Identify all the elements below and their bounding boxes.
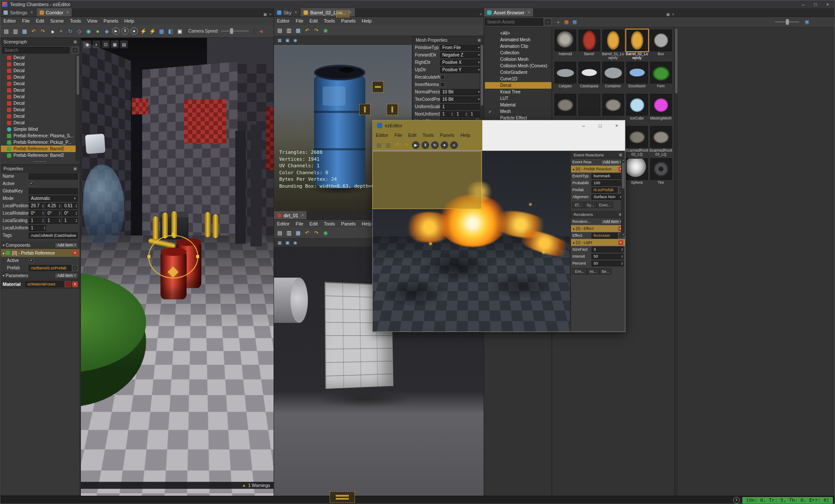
menu-item[interactable]: Panels xyxy=(338,220,359,227)
light-item-header[interactable]: [1] - Light xyxy=(571,239,625,246)
viewport-layout-icon[interactable]: ▦ xyxy=(276,37,284,44)
panel-float-icon[interactable] xyxy=(477,38,481,42)
asset-type-item[interactable]: ✓ Mesh xyxy=(485,108,551,115)
dock-guide-left[interactable] xyxy=(359,104,371,115)
asset-type-item[interactable]: <All> xyxy=(485,30,551,36)
panel-float-icon[interactable] xyxy=(618,153,622,157)
rotation-y-spinner[interactable]: 0° xyxy=(45,210,61,216)
panel-float-icon[interactable] xyxy=(73,166,77,171)
open-document-icon[interactable]: ▥ xyxy=(284,26,294,35)
asset-thumbnail[interactable] xyxy=(554,62,576,83)
asset-view-icon[interactable]: ▦ xyxy=(571,18,579,26)
asset-cell[interactable]: MissingMesh xyxy=(649,93,673,126)
tab-close-icon[interactable] xyxy=(294,10,297,15)
speaker-muted-icon[interactable]: ◄ xyxy=(256,27,265,36)
scene-viewport[interactable]: ◉◐⊡▦▤ ▲ 1 Warnings xyxy=(81,38,274,496)
asset-cell[interactable]: Container xyxy=(601,61,625,93)
scaling-z-spinner[interactable]: 1 xyxy=(62,218,78,224)
panel-float-icon[interactable] xyxy=(73,40,77,44)
asset-thumbnail[interactable] xyxy=(554,30,576,51)
menu-item[interactable]: Edit xyxy=(405,132,419,139)
add-component-button[interactable]: Add Item xyxy=(55,242,78,248)
menu-item[interactable]: Editor xyxy=(373,132,391,139)
search-clear-icon[interactable] xyxy=(544,18,551,26)
simulate-icon[interactable]: ⚡ xyxy=(139,27,148,36)
asset-thumbnail[interactable] xyxy=(602,62,624,83)
scenegraph-item[interactable]: Decal xyxy=(1,87,80,93)
event-reaction-item-header[interactable]: [0] - Prefab Reaction xyxy=(571,166,625,172)
save-document-icon[interactable]: ▦ xyxy=(294,26,303,35)
asset-cell[interactable]: ScannedRock02_LQ xyxy=(625,126,649,158)
viewport-layout-icon[interactable]: ▦ xyxy=(276,239,284,246)
rotation-x-spinner[interactable]: 0° xyxy=(29,210,44,216)
remove-item-icon[interactable] xyxy=(618,240,623,245)
menu-item[interactable]: Edit xyxy=(306,17,321,24)
asset-cell[interactable]: ScannedRock03_LQ xyxy=(649,126,673,158)
asset-cell[interactable]: Barrel xyxy=(577,29,601,61)
asset-cell[interactable]: Box xyxy=(649,29,673,61)
snap-scale-icon[interactable]: ▣ xyxy=(175,27,184,36)
uniformscaling-spinner[interactable]: 1 xyxy=(440,104,482,110)
menu-item[interactable]: Editor xyxy=(0,17,19,24)
scenegraph-item[interactable]: Decal xyxy=(1,74,80,80)
asset-thumbnail[interactable] xyxy=(626,94,648,116)
remove-material-icon[interactable] xyxy=(72,282,78,287)
asset-cell[interactable]: Barrel_02_Lowpoly xyxy=(625,29,649,61)
forwarddir-dropdown[interactable]: Negative Z xyxy=(440,52,482,58)
asset-type-item[interactable]: Collision Mesh xyxy=(485,56,551,63)
asset-thumbnail[interactable] xyxy=(650,94,672,116)
new-document-icon[interactable]: ▤ xyxy=(2,27,11,36)
maximize-button[interactable]: □ xyxy=(809,0,822,8)
tab-close-icon[interactable] xyxy=(528,10,530,15)
layout-icon[interactable]: ▦ xyxy=(111,40,119,48)
maximize-button[interactable]: □ xyxy=(592,120,608,131)
dock-guide-tab-ghost[interactable] xyxy=(336,10,349,17)
asset-thumbnail[interactable] xyxy=(626,62,648,83)
asset-cell[interactable]: Tire xyxy=(649,158,673,190)
position-y-spinner[interactable]: 4.25 xyxy=(45,203,61,209)
asset-thumbnail[interactable] xyxy=(650,30,672,51)
stop-icon[interactable]: ■ xyxy=(130,27,138,35)
asset-type-item[interactable]: Animation Clip xyxy=(485,43,551,50)
menu-item[interactable]: Editor xyxy=(274,17,293,24)
render-mode-icon[interactable]: ● xyxy=(93,27,102,36)
asset-cell[interactable]: Cassiopeia xyxy=(577,61,601,93)
effect-asset-input[interactable]: fectAsset xyxy=(591,233,618,239)
nonuniform-x-spinner[interactable]: 1 xyxy=(440,111,454,117)
tab-close-icon[interactable] xyxy=(66,10,69,15)
document-tab[interactable]: Settings xyxy=(0,8,37,17)
reload-assets-icon[interactable]: ◉ xyxy=(321,26,330,35)
dock-guide-right[interactable] xyxy=(387,104,398,115)
scenegraph-item[interactable]: Decal xyxy=(1,119,80,126)
snap-grid-icon[interactable]: ▦ xyxy=(157,27,166,36)
dock-close-icon[interactable] xyxy=(269,12,271,17)
intensity-spinner[interactable]: 50 xyxy=(591,254,624,259)
asset-thumbnail[interactable] xyxy=(578,30,600,51)
scaling-y-spinner[interactable]: 1 xyxy=(45,218,61,224)
rotate-gizmo-icon[interactable]: ↻ xyxy=(66,27,75,36)
viewport-single-icon[interactable]: ▣ xyxy=(284,37,291,44)
normalprecision-dropdown[interactable]: 10 Bit xyxy=(440,89,482,95)
scenegraph-item[interactable]: Prefab Reference: Barrel2 xyxy=(1,146,80,152)
pause-icon[interactable]: Ⅱ xyxy=(121,27,129,35)
recalculatenormals-checkbox[interactable] xyxy=(440,75,445,80)
asset-search-input[interactable] xyxy=(485,18,543,26)
asset-type-item[interactable]: Material xyxy=(485,102,551,108)
asset-thumbnail[interactable] xyxy=(626,30,648,51)
asset-type-item[interactable]: Animated Mesh xyxy=(485,36,551,43)
globalkey-input[interactable] xyxy=(29,188,78,194)
uniform-scaling-spinner[interactable]: 1 xyxy=(29,225,46,231)
position-z-spinner[interactable]: 0.51 xyxy=(62,203,78,209)
camera-icon[interactable]: ◉ xyxy=(84,40,91,48)
prefab-asset-input[interactable]: rk.ezPrefab xyxy=(591,187,618,193)
asset-type-item[interactable]: Kraut Tree xyxy=(485,89,551,95)
fullscreen-icon[interactable]: ⊡ xyxy=(102,40,110,48)
asset-cell[interactable]: Barrel_01_Lowpoly xyxy=(601,29,625,61)
asset-type-item[interactable]: Collision Mesh (Convex) xyxy=(485,63,551,69)
menu-item[interactable]: Help xyxy=(359,17,375,24)
properties-header[interactable]: Properties xyxy=(1,165,80,172)
asset-cell[interactable]: Calypso xyxy=(553,61,577,93)
asset-thumbnail[interactable] xyxy=(578,94,600,116)
panel-tab[interactable]: Ini... xyxy=(587,268,599,275)
tags-dropdown[interactable]: AutoColMesh |CastShadow xyxy=(29,232,78,239)
